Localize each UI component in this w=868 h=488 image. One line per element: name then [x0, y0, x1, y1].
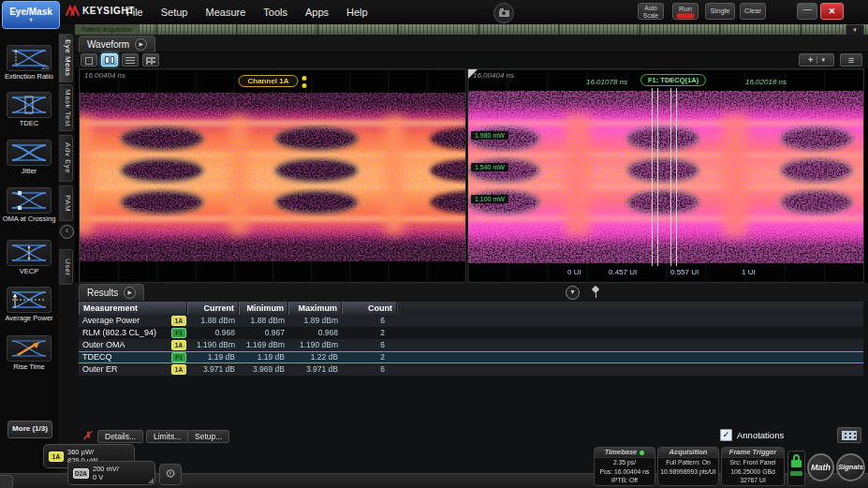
source-badge: F1	[171, 352, 186, 362]
channel-label-group: Channel 1A	[238, 75, 306, 88]
eye-plot-channel[interactable]: 16.00404 ns Channel 1A	[79, 68, 466, 283]
table-row-rlm[interactable]: RLM (802.3 CL_94) F1 0.968 0.967 0.968 2	[79, 327, 863, 339]
tab-waveform[interactable]: Waveform ▶	[79, 36, 155, 52]
source-badge: 1A	[171, 340, 186, 350]
layout-grid-button[interactable]	[142, 53, 159, 67]
clear-button[interactable]: Clear	[740, 3, 766, 20]
setup-button[interactable]: Setup...	[187, 430, 229, 443]
menu-apps[interactable]: Apps	[305, 7, 329, 18]
results-table: Measurement Current Minimum Maximum Coun…	[79, 302, 863, 376]
eye-plot-tdecq[interactable]: 16.00404 ns 16.01078 ns F1: TDECQ(1A) 16…	[467, 68, 864, 283]
vecp-icon	[7, 240, 51, 266]
column-header-count[interactable]: Count	[342, 302, 397, 315]
sidebar-item-oma-at-crossing[interactable]: OMA at Crossing	[0, 187, 58, 223]
table-row-outer-oma[interactable]: Outer OMA 1A 1.190 dBm 1.169 dBm 1.190 d…	[79, 339, 863, 351]
column-header-maximum[interactable]: Maximum	[288, 302, 342, 315]
lock-status-bar	[790, 471, 802, 476]
average-power-icon	[7, 287, 51, 313]
collapse-sidebar-button[interactable]: ‹	[60, 225, 74, 239]
menu-measure[interactable]: Measure	[205, 7, 245, 18]
sidebar-item-vecp[interactable]: VECP	[0, 240, 58, 275]
tab-eye-meas[interactable]: Eye Meas	[59, 34, 73, 82]
single-button[interactable]: Single	[705, 3, 735, 20]
maximum-value: 3.971 dB	[288, 363, 342, 376]
oma-at-crossing-icon	[7, 187, 51, 214]
sidebar-item-jitter[interactable]: Jitter	[0, 140, 58, 175]
details-button[interactable]: Details...	[97, 430, 143, 443]
add-display-button[interactable]: + ▾	[799, 53, 834, 67]
titlebar: KEYSIGHT File Setup Measure Tools Apps H…	[0, 0, 868, 24]
auto-scale-button[interactable]: Auto Scale	[638, 3, 664, 20]
eye-diagram-left	[80, 69, 465, 282]
signals-button[interactable]: Signals	[836, 453, 865, 481]
menu-tools[interactable]: Tools	[263, 7, 287, 18]
timebase-scale: 2.35 ps/	[595, 458, 655, 467]
table-row-tdecq[interactable]: TDECQ F1 1.19 dB 1.19 dB 1.22 dB 2	[79, 351, 863, 363]
tab-user[interactable]: User	[59, 249, 73, 285]
auto-scale-label-line1: Auto	[639, 5, 663, 12]
measurement-name: TDECQ	[79, 352, 171, 362]
results-table-header: Measurement Current Minimum Maximum Coun…	[79, 302, 863, 315]
annotations-toggle[interactable]: ✓ Annotations	[720, 429, 784, 441]
pin-icon[interactable]	[590, 286, 601, 298]
more-measurements-button[interactable]: More (1/3)	[7, 421, 52, 438]
frame-trigger-panel[interactable]: Frame Trigger Src: Front Panel 106.25000…	[721, 447, 785, 486]
close-button[interactable]: ✕	[820, 3, 844, 20]
sidebar-item-average-power[interactable]: Average Power	[0, 287, 58, 322]
function-pill[interactable]: F1: TDECQ(1A)	[640, 74, 706, 86]
collapse-results-button[interactable]: ▾	[566, 286, 580, 300]
mode-selector-button[interactable]: Eye/Mask ▾	[2, 1, 60, 29]
minimum-value: 1.88 dBm	[239, 315, 288, 327]
right-marker-time-label: 16.02018 ns	[745, 78, 787, 86]
current-value: 1.19 dB	[187, 352, 239, 362]
marker-dot-icon	[302, 76, 307, 81]
play-icon[interactable]: ▶	[135, 38, 147, 51]
column-header-measurement[interactable]: Measurement	[79, 302, 187, 315]
count-value: 6	[342, 363, 397, 376]
acquisition-panel[interactable]: Acquisition Full Pattern: On 10.98998993…	[657, 447, 719, 486]
run-button[interactable]: Run	[672, 3, 699, 20]
limits-button[interactable]: Limits...	[146, 430, 188, 443]
settings-gear-button[interactable]: ⚙	[159, 464, 182, 485]
math-button[interactable]: Math	[807, 453, 834, 481]
menu-help[interactable]: Help	[346, 7, 368, 18]
ui-axis-label: 0.457 UI	[609, 268, 637, 276]
signal-badge-electrical[interactable]: D2A 200 mV/ 0 V	[67, 461, 155, 485]
chevron-down-icon: ▾	[821, 56, 825, 64]
flexdca-app: KEYSIGHT File Setup Measure Tools Apps H…	[0, 0, 868, 488]
tab-mask-test[interactable]: Mask Test	[59, 84, 73, 131]
layout-split-button[interactable]	[101, 53, 118, 67]
source-badge: 1A	[171, 364, 186, 375]
screenshot-button[interactable]	[493, 3, 514, 23]
extinction-ratio-icon: 1/0	[7, 45, 51, 71]
display-menu-button[interactable]: ≡	[840, 53, 862, 67]
sidebar-item-tdec[interactable]: TDEC	[0, 92, 58, 127]
tab-pam[interactable]: PAM	[59, 185, 73, 221]
tab-results[interactable]: Results ▶	[79, 284, 144, 301]
table-row-average-power[interactable]: Average Power 1A 1.88 dBm 1.88 dBm 1.89 …	[79, 315, 863, 327]
tab-adv-eye[interactable]: Adv Eye	[59, 135, 73, 182]
menu-file[interactable]: File	[126, 7, 143, 18]
menu-setup[interactable]: Setup	[161, 7, 188, 18]
layout-rows-button[interactable]	[122, 53, 139, 67]
column-header-current[interactable]: Current	[187, 302, 239, 315]
keysight-logo: KEYSIGHT	[65, 5, 135, 17]
annotations-label: Annotations	[737, 430, 784, 440]
annotations-checkbox[interactable]: ✓	[720, 429, 732, 441]
collapsed-panel-stub[interactable]	[0, 475, 13, 488]
measurement-name: Outer OMA	[79, 339, 171, 351]
column-header-minimum[interactable]: Minimum	[239, 302, 288, 315]
current-value: 1.88 dBm	[187, 315, 239, 327]
sidebar-item-extinction-ratio[interactable]: 1/0 Extinction Ratio	[0, 45, 58, 81]
layout-single-button[interactable]	[81, 53, 97, 67]
play-icon[interactable]: ▶	[124, 287, 136, 299]
sidebar-item-rise-time[interactable]: Rise Time	[0, 335, 58, 371]
timebase-panel[interactable]: Timebase 2.35 ps/ Pos: 16.00404 ns IPTB:…	[594, 447, 655, 486]
table-row-outer-er[interactable]: Outer ER 1A 3.971 dB 3.969 dB 3.971 dB 6	[79, 363, 863, 376]
pattern-acquisition-label: Pattern Acquisition	[75, 24, 139, 35]
maximum-value: 0.968	[288, 327, 342, 339]
table-layout-button[interactable]	[837, 427, 861, 443]
measurement-name: Average Power	[79, 315, 171, 327]
minimize-button[interactable]: —	[797, 3, 817, 20]
channel-pill[interactable]: Channel 1A	[238, 75, 298, 87]
